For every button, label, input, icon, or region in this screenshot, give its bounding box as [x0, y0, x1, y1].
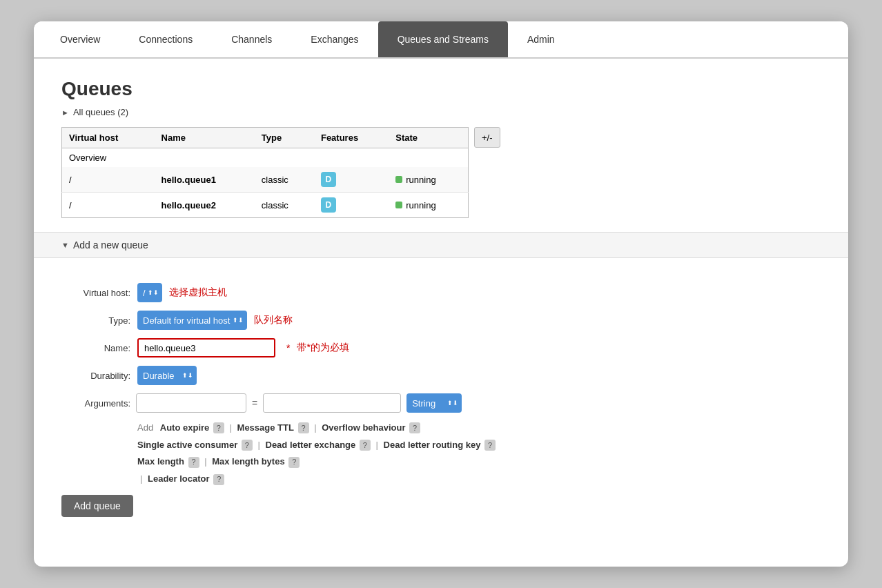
durability-label: Durability: — [61, 371, 130, 381]
add-queue-section-label: Add a new queue — [73, 239, 148, 251]
type-select-wrapper: Default for virtual host — [137, 311, 247, 330]
tab-admin[interactable]: Admin — [508, 21, 574, 57]
all-queues-label: All queues (2) — [73, 107, 128, 117]
type-select[interactable]: Default for virtual host — [137, 311, 247, 330]
col-name: Name — [155, 128, 255, 148]
col-features: Features — [314, 128, 389, 148]
add-shortcuts-row: Add Auto expire ? | Message TTL ? | Over… — [137, 420, 821, 437]
table-row[interactable]: / hello.queue2 classic D running — [62, 193, 469, 218]
name-row: Name: * 带*的为必填 — [61, 338, 821, 357]
arguments-label: Arguments: — [61, 398, 130, 409]
virtual-host-select[interactable]: / — [137, 283, 162, 302]
leader-locator-help-icon[interactable]: ? — [213, 474, 224, 485]
shortcut-max-length[interactable]: Max length — [137, 456, 184, 467]
feature-badge-d: D — [321, 172, 336, 187]
message-ttl-help-icon[interactable]: ? — [298, 422, 309, 433]
col-type: Type — [255, 128, 314, 148]
shortcut-dead-letter-routing[interactable]: Dead letter routing key — [384, 440, 481, 450]
triangle-icon: ► — [61, 108, 69, 117]
type-label: Type: — [61, 315, 130, 326]
arguments-value-input[interactable] — [263, 393, 401, 413]
equals-sign: = — [252, 398, 257, 409]
form-section: Virtual host: / 选择虚拟主机 Type: Default for… — [61, 272, 821, 517]
durability-select[interactable]: Durable Transient — [137, 366, 197, 385]
max-length-bytes-help-icon[interactable]: ? — [288, 457, 300, 468]
tab-overview[interactable]: Overview — [41, 21, 119, 57]
max-length-help-icon[interactable]: ? — [188, 457, 199, 468]
string-select-wrapper: String Number Boolean — [406, 393, 462, 413]
overflow-help-icon[interactable]: ? — [409, 422, 420, 433]
add-queue-button[interactable]: Add queue — [61, 495, 133, 517]
dead-letter-exchange-help-icon[interactable]: ? — [360, 440, 371, 451]
row2-name: hello.queue2 — [155, 193, 255, 218]
auto-expire-help-icon[interactable]: ? — [213, 422, 224, 433]
row1-name: hello.queue1 — [155, 167, 255, 193]
shortcut-max-length-bytes[interactable]: Max length bytes — [212, 456, 284, 467]
table-section: Overview Virtual host Name Type Features… — [61, 127, 821, 218]
row2-type: classic — [255, 193, 314, 218]
add-shortcuts-row4: | Leader locator ? — [137, 471, 821, 488]
row1-feature: D — [314, 167, 389, 193]
table-row[interactable]: / hello.queue1 classic D running — [62, 167, 469, 193]
add-queue-section: ▼ Add a new queue — [34, 232, 848, 258]
add-label: Add — [137, 422, 153, 433]
row2-vhost: / — [62, 193, 155, 218]
shortcut-message-ttl[interactable]: Message TTL — [237, 422, 294, 433]
tab-connections[interactable]: Connections — [119, 21, 212, 57]
single-consumer-help-icon[interactable]: ? — [242, 440, 253, 451]
add-shortcuts-row3: Max length ? | Max length bytes ? — [137, 453, 821, 471]
state-running2: running — [395, 200, 461, 210]
shortcut-single-consumer[interactable]: Single active consumer — [137, 440, 237, 450]
durability-row: Durability: Durable Transient — [61, 366, 821, 385]
row1-type: classic — [255, 167, 314, 193]
name-label: Name: — [61, 343, 130, 353]
virtual-host-row: Virtual host: / 选择虚拟主机 — [61, 283, 821, 302]
tab-channels[interactable]: Channels — [212, 21, 291, 57]
shortcut-overflow[interactable]: Overflow behaviour — [322, 422, 405, 433]
name-asterisk: * — [286, 342, 290, 353]
virtual-host-annotation: 选择虚拟主机 — [169, 286, 227, 299]
queues-table: Overview Virtual host Name Type Features… — [61, 127, 469, 218]
table-overview-label: Overview — [62, 148, 469, 168]
all-queues-toggle[interactable]: ► All queues (2) — [61, 107, 821, 117]
name-input[interactable] — [137, 338, 275, 357]
dead-letter-routing-help-icon[interactable]: ? — [484, 440, 496, 451]
durable-select-wrapper: Durable Transient — [137, 366, 197, 385]
arguments-key-input[interactable] — [136, 393, 246, 413]
triangle-down-icon: ▼ — [61, 241, 69, 249]
nav-bar: Overview Connections Channels Exchanges … — [34, 21, 848, 59]
col-state: State — [389, 128, 468, 148]
type-annotation: 队列名称 — [254, 314, 293, 326]
row2-feature: D — [314, 193, 389, 218]
shortcut-auto-expire[interactable]: Auto expire — [160, 422, 210, 433]
page-title: Queues — [61, 78, 821, 100]
row1-state: running — [389, 167, 468, 193]
virtual-host-select-wrapper: / — [137, 283, 162, 302]
state-label: running — [406, 175, 435, 185]
state-dot-icon — [395, 176, 402, 183]
row1-vhost: / — [62, 167, 155, 193]
arguments-type-select[interactable]: String Number Boolean — [406, 393, 462, 413]
virtual-host-label: Virtual host: — [61, 288, 130, 298]
arguments-row: Arguments: = String Number Boolean — [61, 393, 821, 413]
type-row: Type: Default for virtual host 队列名称 — [61, 311, 821, 330]
tab-queues-and-streams[interactable]: Queues and Streams — [378, 21, 508, 57]
state-label2: running — [406, 200, 435, 210]
name-annotation: 带*的为必填 — [297, 342, 349, 354]
feature-badge-d2: D — [321, 197, 336, 213]
state-dot-icon2 — [395, 202, 402, 208]
plus-minus-button[interactable]: +/- — [474, 127, 500, 148]
shortcut-dead-letter-exchange[interactable]: Dead letter exchange — [266, 440, 356, 450]
state-running: running — [395, 175, 461, 185]
add-shortcuts-row2: Single active consumer ? | Dead letter e… — [137, 437, 821, 454]
col-virtual-host: Virtual host — [62, 128, 155, 148]
tab-exchanges[interactable]: Exchanges — [291, 21, 378, 57]
shortcut-leader-locator[interactable]: Leader locator — [148, 473, 210, 484]
add-queue-toggle[interactable]: ▼ Add a new queue — [61, 239, 821, 251]
row2-state: running — [389, 193, 468, 218]
